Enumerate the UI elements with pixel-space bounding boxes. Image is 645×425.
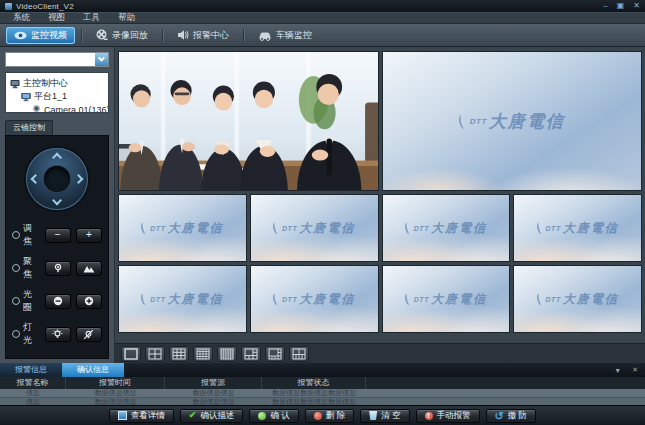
layout-9-button[interactable] [169,346,189,362]
clear-button[interactable]: 清 空 [360,409,409,423]
dpad-right-button[interactable] [74,174,84,184]
tab-vehicle-monitor[interactable]: 车辆监控 [250,27,320,44]
window-title: VideoClient_V2 [16,2,74,11]
video-cell-idle[interactable]: DTT大唐電信 [513,265,642,333]
tab-monitor-video-label: 监控视频 [31,29,67,42]
tab-monitor-video[interactable]: 监控视频 [6,27,75,44]
cell-alarm-time: 数据信息信息 [66,389,165,397]
disarm-label: 撤 防 [508,410,527,422]
maximize-button[interactable]: ▣ [617,2,625,10]
alarm-tabs: 报警信息 确认信息 ▼ ✕ [0,363,645,377]
cell-alarm-source: 数据信息信息 [165,389,262,397]
dpad-up-button[interactable] [52,153,62,163]
ptz-panel-body: 调焦 − + 聚焦 光圈 [5,135,109,359]
tab-alarm-info[interactable]: 报警信息 [0,363,62,377]
ptz-panel-title[interactable]: 云镜控制 [5,120,53,135]
table-row[interactable]: 信息 数据信息信息 数据信息信息 数据信息数据信息数据信息 [0,397,645,405]
light-off-button[interactable] [76,327,102,342]
layout-25-button[interactable] [217,346,237,362]
zoom-in-button[interactable]: + [76,228,102,243]
focus-far-button[interactable] [76,261,102,276]
layout-16-button[interactable] [193,346,213,362]
confirm-description-button[interactable]: ✔ 确认描述 [180,409,244,423]
light-off-icon [83,329,94,340]
dpad-left-button[interactable] [31,174,41,184]
iris-close-button[interactable] [45,294,71,309]
tab-playback[interactable]: 录像回放 [88,27,156,44]
nav-toolbar: 监控视频 录像回放 报警中心 车辆监控 [0,24,645,47]
tree-item-platform1[interactable]: 平台1_1 [21,90,106,103]
video-cell-idle[interactable]: DTT大唐電信 [382,194,511,262]
confirm-button[interactable]: 确 认 [249,409,298,423]
ptz-iris-label: 光圈 [23,288,40,314]
ptz-light-row: 灯光 [12,321,102,347]
table-row[interactable]: 信息 数据信息信息 数据信息信息 数据信息数据信息数据信息 [0,389,645,397]
ptz-dpad[interactable] [26,148,88,210]
logo-crescent-icon [404,292,413,305]
device-combo[interactable] [5,52,109,67]
dpad-down-button[interactable] [52,196,62,206]
view-details-label: 查看详情 [131,410,165,422]
combo-dropdown-button[interactable] [95,53,108,66]
menu-item-help[interactable]: 帮助 [109,12,144,24]
layout-bar [115,343,645,363]
view-details-button[interactable]: 查看详情 [109,409,174,423]
cell-alarm-time: 数据信息信息 [66,398,165,405]
layout-4-button[interactable] [145,346,165,362]
video-cell-idle[interactable]: DTT 大唐電信 [382,51,643,191]
logo-name: 大唐電信 [299,220,355,237]
watermark-logo: DTT大唐電信 [514,195,641,261]
menu-item-tools[interactable]: 工具 [74,12,109,24]
logo-abbr: DTT [546,296,561,303]
toolbar-divider [162,29,163,42]
delete-button[interactable]: 删 除 [305,409,354,423]
layout-8-button[interactable] [265,346,285,362]
video-cell-idle[interactable]: DTT大唐電信 [250,194,379,262]
zoom-out-button[interactable]: − [45,228,71,243]
logo-crescent-icon [404,221,413,234]
iris-open-button[interactable] [76,294,102,309]
focus-far-icon [83,264,95,273]
iris-icon [12,297,20,305]
device-sidebar: 主控制中心 平台1_1 Camera 01(136) Camera 01(154… [0,47,115,363]
monitor-icon [10,79,20,89]
logo-name: 大唐電信 [431,291,487,308]
video-cell-idle[interactable]: DTT大唐電信 [118,265,247,333]
light-on-button[interactable] [45,327,71,342]
app-window: VideoClient_V2 – ▣ ✕ 系统 视图 工具 帮助 监控视频 录像… [0,0,645,425]
watermark-logo: DTT大唐電信 [119,266,246,332]
tree-item-control-center[interactable]: 主控制中心 [10,77,106,90]
focus-near-icon [53,263,63,273]
tree-item-camera-136[interactable]: Camera 01(136) [32,103,106,113]
manual-alarm-button[interactable]: ! 手动报警 [416,409,480,423]
video-cell-idle[interactable]: DTT大唐電信 [513,194,642,262]
camera-icon [32,105,41,114]
ptz-focus-label: 聚焦 [23,255,40,281]
tab-alarm-center[interactable]: 报警中心 [169,27,237,44]
layout-1-button[interactable] [121,346,141,362]
logo-abbr: DTT [546,225,561,232]
menu-item-view[interactable]: 视图 [39,12,74,24]
logo-crescent-icon [272,221,281,234]
app-logo-icon [5,3,12,10]
layout-10-button[interactable] [289,346,309,362]
close-panel-icon[interactable]: ✕ [632,366,638,374]
close-button[interactable]: ✕ [633,2,640,10]
video-cell-live[interactable] [118,51,379,191]
tab-playback-label: 录像回放 [112,29,148,42]
menu-item-system[interactable]: 系统 [4,12,39,24]
light-on-icon [52,329,63,340]
focus-near-button[interactable] [45,261,71,276]
video-cell-idle[interactable]: DTT大唐電信 [382,265,511,333]
tab-confirmed-info[interactable]: 确认信息 [62,363,124,377]
disarm-button[interactable]: ↺ 撤 防 [486,409,537,423]
header-alarm-status: 报警状态 [262,377,366,389]
layout-6-button[interactable] [241,346,261,362]
manual-alarm-icon: ! [425,412,433,420]
video-cell-idle[interactable]: DTT大唐電信 [118,194,247,262]
minimize-button[interactable]: – [603,2,607,10]
menu-bar: 系统 视图 工具 帮助 [0,12,645,24]
collapse-panel-icon[interactable]: ▼ [614,367,621,374]
confirm-check-icon: ✔ [189,411,197,420]
video-cell-idle[interactable]: DTT大唐電信 [250,265,379,333]
